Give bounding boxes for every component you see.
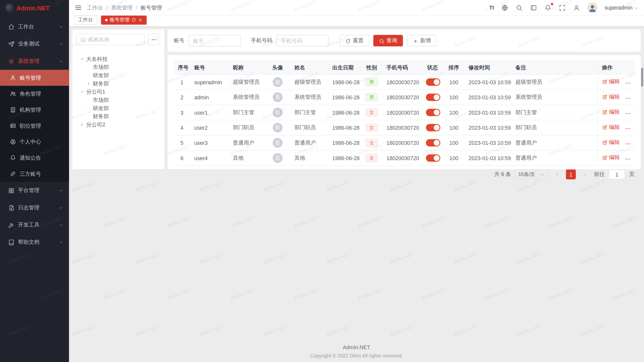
- sidebar-item-role-management[interactable]: 角色管理: [0, 86, 69, 102]
- page-size-select[interactable]: 10条/页: [515, 169, 548, 179]
- tree-node[interactable]: 分公司2: [76, 121, 160, 129]
- tree-caret: [86, 97, 92, 103]
- chevron-down-icon: [59, 205, 63, 210]
- caret-down-icon: [80, 57, 85, 62]
- sidebar-item-workbench[interactable]: 工作台: [0, 18, 69, 35]
- page-unit-label: 页: [629, 171, 634, 178]
- caret-right-icon: [86, 81, 91, 86]
- status-switch[interactable]: [426, 94, 440, 101]
- query-button[interactable]: 查询: [373, 35, 403, 47]
- status-switch[interactable]: [426, 78, 440, 86]
- edit-button[interactable]: 编辑: [602, 139, 620, 146]
- tab-refresh-button[interactable]: [131, 18, 136, 22]
- cell-index: 3: [174, 105, 190, 120]
- collapse-menu-button[interactable]: [74, 4, 82, 12]
- sidebar-item-notice-announcement[interactable]: 通知公告: [0, 150, 69, 166]
- status-switch[interactable]: [426, 154, 440, 162]
- tree-caret[interactable]: [86, 80, 92, 87]
- cell-name: 超级管理员: [290, 74, 328, 89]
- tab-workbench[interactable]: 工作台: [74, 15, 97, 24]
- status-switch[interactable]: [426, 124, 440, 131]
- tree-node-label: 市场部: [93, 97, 109, 104]
- more-actions-button[interactable]: [624, 80, 630, 86]
- tree-caret[interactable]: [79, 121, 85, 128]
- tree-node[interactable]: 市场部: [76, 63, 160, 71]
- menu-label: 工作台: [18, 23, 59, 30]
- tree-node[interactable]: 市场部: [76, 96, 160, 104]
- sidebar-item-system-management[interactable]: 系统管理: [0, 53, 69, 70]
- cell-remark: 系统管理员: [511, 90, 598, 105]
- goto-page-input[interactable]: [609, 169, 625, 179]
- tree-node[interactable]: 财务部: [76, 80, 160, 88]
- scrollbar-thumb[interactable]: [641, 68, 643, 86]
- cell-birth-date: 1986-06-28: [328, 90, 361, 105]
- edit-button[interactable]: 编辑: [602, 154, 620, 161]
- tree-node[interactable]: 分公司1: [76, 88, 160, 96]
- menu-search-button[interactable]: [515, 4, 523, 11]
- table-row: 2admin系统管理员系系统管理员1986-06-28男180200307201…: [174, 90, 635, 105]
- sidebar-item-personal-center[interactable]: 个人中心: [0, 134, 69, 150]
- cell-birth-date: 1986-06-28: [328, 74, 361, 89]
- account-input[interactable]: [188, 35, 241, 47]
- edit-button[interactable]: 编辑: [602, 124, 620, 131]
- tree-node[interactable]: 大名科技: [76, 55, 160, 63]
- sidebar-item-org-management[interactable]: 机构管理: [0, 102, 69, 118]
- pagination: 共 6 条 10条/页 1 前往 页: [174, 168, 635, 181]
- notification-button[interactable]: [544, 4, 551, 11]
- reset-button[interactable]: 重置: [340, 35, 369, 47]
- profile-button[interactable]: [573, 4, 580, 11]
- org-name-input[interactable]: [88, 36, 141, 42]
- tree-node[interactable]: 研发部: [76, 104, 160, 113]
- language-button[interactable]: [501, 4, 508, 11]
- cell-gender: 女: [361, 150, 382, 165]
- tree-node[interactable]: 研发部: [76, 71, 160, 80]
- breadcrumb-item[interactable]: 工作台: [87, 4, 103, 11]
- add-button[interactable]: 新增: [407, 35, 437, 47]
- edit-button[interactable]: 编辑: [602, 108, 620, 116]
- status-switch[interactable]: [426, 139, 440, 146]
- sidebar-item-dev-tools[interactable]: 开发工具: [0, 216, 69, 234]
- page-1-button[interactable]: 1: [566, 169, 576, 179]
- sidebar-item-account-management[interactable]: 账号管理: [0, 70, 69, 86]
- more-actions-button[interactable]: [624, 125, 630, 131]
- logo[interactable]: Admin.NET: [0, 0, 69, 16]
- tree-caret[interactable]: [79, 89, 85, 95]
- logo-icon: [5, 4, 14, 12]
- edit-button[interactable]: 编辑: [602, 78, 620, 85]
- more-actions-button[interactable]: [624, 156, 630, 162]
- cell-nickname: 普通用户: [229, 135, 265, 150]
- user-menu[interactable]: superadmin: [605, 5, 638, 11]
- more-actions-button[interactable]: [624, 110, 630, 116]
- tree-node-label: 研发部: [93, 72, 109, 79]
- sidebar-item-help-docs[interactable]: 帮助文档: [0, 234, 69, 251]
- tab-account-management[interactable]: 账号管理: [101, 15, 147, 24]
- fullscreen-button[interactable]: [559, 4, 566, 11]
- tab-close-button[interactable]: [138, 18, 143, 22]
- table-row: 1superadmin超级管理员超超级管理员1986-06-28男1802003…: [174, 74, 635, 89]
- prev-page-button[interactable]: [552, 169, 562, 179]
- edit-button[interactable]: 编辑: [602, 93, 620, 101]
- next-page-button[interactable]: [580, 169, 590, 179]
- tree-caret: [86, 113, 92, 120]
- status-switch[interactable]: [426, 109, 440, 116]
- more-actions-button[interactable]: [624, 141, 630, 147]
- footer-title: Admin.NET: [69, 344, 644, 350]
- more-actions-button[interactable]: [624, 95, 630, 101]
- paper-plane-icon: [8, 41, 14, 47]
- sidebar-item-platform-management[interactable]: 平台管理: [0, 182, 69, 199]
- user-avatar[interactable]: [587, 3, 598, 13]
- cell-actions: 编辑: [598, 90, 635, 105]
- org-more-button[interactable]: [148, 34, 160, 45]
- sidebar-item-log-management[interactable]: 日志管理: [0, 199, 69, 216]
- layout-config-button[interactable]: [530, 4, 537, 11]
- sidebar-item-business-test[interactable]: 业务测试: [0, 35, 69, 53]
- sidebar-item-position-management[interactable]: 职位管理: [0, 118, 69, 134]
- sidebar-item-third-party-account[interactable]: 三方账号: [0, 166, 69, 182]
- phone-input[interactable]: [276, 35, 329, 47]
- cell-nickname: 系统管理员: [229, 90, 265, 105]
- tree-node[interactable]: 财务部: [76, 112, 160, 121]
- tree-caret[interactable]: [79, 56, 85, 62]
- breadcrumb-item[interactable]: 系统管理: [111, 4, 133, 11]
- font-size-button[interactable]: Tt: [489, 5, 494, 11]
- filter-bar: 账号 手机号码 重置 查询 新增: [168, 30, 641, 52]
